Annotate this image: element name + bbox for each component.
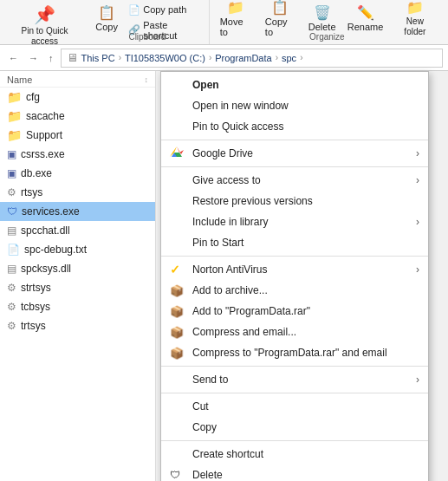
delete-button[interactable]: 🗑️ Delete [304,3,340,34]
file-name: trtsys [21,320,46,332]
ctx-label: Delete [192,469,223,481]
ctx-label: Include in library [192,216,268,228]
exe-icon: ▣ [7,167,16,179]
ctx-label: Restore previous versions [192,195,313,207]
archive-icon: 📦 [170,284,184,297]
context-menu-open-new-window[interactable]: Open in new window [161,95,428,116]
folder-icon: 📁 [7,128,22,142]
list-item[interactable]: 🛡 services.exe [0,202,155,221]
list-item[interactable]: 📄 spc-debug.txt [0,240,155,259]
organize-label: Organize [309,32,345,42]
breadcrumb: 🖥 This PC › TI105835W0O (C:) › ProgramDa… [61,49,444,68]
organize-group: 📁 Move to 📋 Copy to 🗑️ Delete ✏️ Rename … [210,0,445,44]
column-name: Name [7,75,32,85]
copy-label: Copy [95,22,118,32]
submenu-arrow: › [416,374,419,386]
context-menu-pin-start[interactable]: Pin to Start [161,232,428,253]
ctx-separator [161,256,428,257]
paste-button[interactable]: 📋 Paste [124,0,203,2]
exe-icon: ▣ [7,148,16,160]
sys-icon: ⚙ [7,186,16,198]
list-item[interactable]: 📁 Support [0,126,155,145]
ctx-separator [161,440,428,441]
list-item[interactable]: ▣ db.exe [0,164,155,183]
context-menu-cut[interactable]: Cut [161,396,428,417]
dll-icon: ▤ [7,263,16,275]
file-name: db.exe [21,167,52,179]
norton-check-icon: ✓ [170,263,180,276]
list-item[interactable]: 📁 cfg [0,88,155,107]
archive-icon: 📦 [170,326,184,339]
context-menu-google-drive[interactable]: Google Drive › [161,143,428,164]
new-folder-button[interactable]: 📁 New folder [391,0,439,39]
context-menu-delete[interactable]: 🛡 Delete [161,465,428,481]
ctx-separator [161,166,428,167]
copy-path-button[interactable]: 📄 Copy path [124,3,203,17]
archive-icon: 📦 [170,305,184,318]
ctx-label: Add to archive... [192,284,268,296]
context-menu-add-to-rar[interactable]: 📦 Add to "ProgramData.rar" [161,301,428,322]
file-name: services.exe [22,205,80,218]
ctx-label: Create shortcut [192,448,263,460]
file-name: spcchat.dll [21,224,70,237]
clipboard-group: 📋 Copy 📋 Paste 📄 Copy path 🔗 Paste short… [86,0,210,44]
move-to-button[interactable]: 📁 Move to [215,0,256,39]
copy-button[interactable]: 📋 Copy [91,3,122,34]
file-name: tcbsys [21,301,50,313]
breadcrumb-this-pc[interactable]: This PC [81,53,115,63]
clipboard-label: Clipboard [128,32,166,42]
context-menu-open[interactable]: Open [161,75,428,95]
file-name: cfg [26,91,40,103]
submenu-arrow: › [416,147,419,159]
list-item[interactable]: ⚙ trtsys [0,316,155,335]
ctx-label: Give access to [192,174,261,186]
up-button[interactable]: ↑ [45,51,57,65]
ctx-label: Google Drive [192,147,253,159]
ctx-label: Open in new window [192,100,289,112]
submenu-arrow: › [416,216,419,228]
copy-to-button[interactable]: 📋 Copy to [260,0,301,39]
context-menu-add-archive[interactable]: 📦 Add to archive... [161,280,428,301]
breadcrumb-spc[interactable]: spc [282,53,296,63]
forward-button[interactable]: → [25,51,42,65]
context-menu-compress-to-rar-email[interactable]: 📦 Compress to "ProgramData.rar" and emai… [161,342,428,363]
back-button[interactable]: ← [5,51,22,65]
rename-button[interactable]: ✏️ Rename [343,3,386,34]
ctx-separator [161,366,428,367]
context-menu-send-to[interactable]: Send to › [161,369,428,390]
list-item[interactable]: ⚙ tcbsys [0,297,155,316]
list-item[interactable]: ⚙ rtsys [0,183,155,202]
context-menu-compress-email[interactable]: 📦 Compress and email... [161,322,428,342]
copy-path-label: Copy path [143,4,186,15]
context-menu-give-access[interactable]: Give access to › [161,170,428,191]
ctx-open-label: Open [192,79,219,91]
list-item[interactable]: ▤ spcchat.dll [0,221,155,240]
pin-to-quick-access-button[interactable]: 📌 Pin to Quick access [3,0,86,44]
breadcrumb-drive[interactable]: TI105835W0O (C:) [125,53,205,63]
pin-label: Pin to Quick access [9,26,81,47]
list-item[interactable]: ▤ spcksys.dll [0,259,155,278]
ctx-label: Copy [192,421,217,433]
context-menu-include-library[interactable]: Include in library › [161,211,428,232]
submenu-arrow: › [416,174,419,186]
submenu-arrow: › [416,263,419,276]
list-item[interactable]: ⚙ strtsys [0,278,155,297]
context-menu-copy[interactable]: Copy [161,417,428,438]
file-name: rtsys [21,186,42,198]
list-item[interactable]: ▣ csrss.exe [0,145,155,164]
txt-icon: 📄 [7,244,20,256]
file-name: spc-debug.txt [24,244,87,256]
context-menu-norton[interactable]: ✓ Norton AntiVirus › [161,259,428,280]
gdrive-icon [170,146,184,161]
context-menu-pin-quick-access[interactable]: Pin to Quick access [161,116,428,137]
context-menu-restore-versions[interactable]: Restore previous versions [161,191,428,211]
dll-icon: ▤ [7,224,16,237]
sys-icon: ⚙ [7,320,16,332]
move-to-label: Move to [220,16,251,37]
context-menu-create-shortcut[interactable]: Create shortcut [161,444,428,465]
list-item[interactable]: 📁 sacache [0,107,155,126]
ctx-label: Cut [192,400,209,413]
ctx-separator [161,393,428,393]
breadcrumb-programdata[interactable]: ProgramData [215,53,271,63]
ctx-label: Pin to Quick access [192,120,283,133]
